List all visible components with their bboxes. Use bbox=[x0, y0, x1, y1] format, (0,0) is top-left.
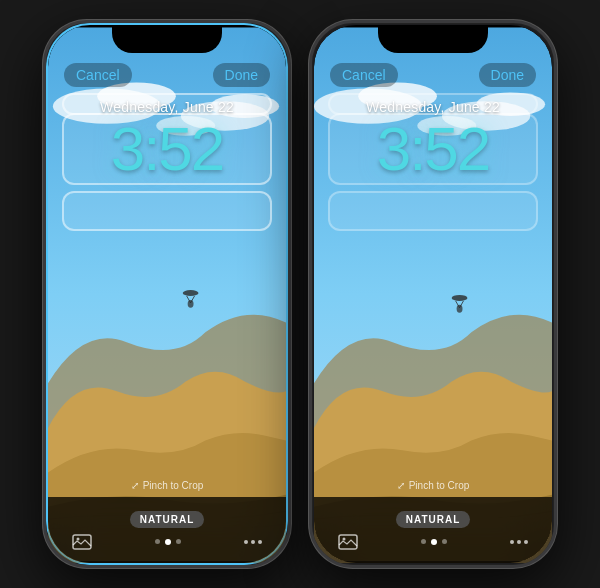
dot-r1 bbox=[421, 539, 426, 544]
gallery-icon-right[interactable] bbox=[338, 534, 358, 550]
bottom-bar-right: NATURAL bbox=[314, 497, 552, 563]
phone-left: Cancel Done Wednesday, June 22 3:52 ⤢ Pi… bbox=[43, 20, 291, 568]
notch-left bbox=[112, 25, 222, 53]
notch-right bbox=[378, 25, 488, 53]
bottom-icons-right bbox=[338, 534, 528, 550]
more-icon-right[interactable] bbox=[510, 540, 528, 544]
svg-point-22 bbox=[342, 537, 345, 540]
cancel-button-right[interactable]: Cancel bbox=[330, 63, 398, 87]
svg-point-11 bbox=[251, 540, 255, 544]
gallery-icon-left[interactable] bbox=[72, 534, 92, 550]
top-bar-left: Cancel Done bbox=[48, 63, 286, 87]
svg-point-12 bbox=[258, 540, 262, 544]
dot-1 bbox=[155, 539, 160, 544]
dot-r2-active bbox=[431, 539, 437, 545]
pinch-text-left: Pinch to Crop bbox=[143, 480, 204, 491]
svg-point-23 bbox=[510, 540, 514, 544]
pinch-text-right: Pinch to Crop bbox=[409, 480, 470, 491]
pinch-icon-left: ⤢ bbox=[131, 480, 139, 491]
time-display-left: 3:52 bbox=[48, 113, 286, 184]
top-bar-right: Cancel Done bbox=[314, 63, 552, 87]
dot-3 bbox=[176, 539, 181, 544]
pinch-icon-right: ⤢ bbox=[397, 480, 405, 491]
done-button-left[interactable]: Done bbox=[213, 63, 270, 87]
svg-point-9 bbox=[76, 537, 79, 540]
lock-overlay-left: Cancel Done Wednesday, June 22 3:52 ⤢ Pi… bbox=[48, 25, 286, 563]
bottom-icons-left bbox=[72, 534, 262, 550]
pinch-label-left: ⤢ Pinch to Crop bbox=[48, 480, 286, 491]
dot-r3 bbox=[442, 539, 447, 544]
natural-badge-right: NATURAL bbox=[396, 511, 471, 528]
more-icon-left[interactable] bbox=[244, 540, 262, 544]
natural-badge-left: NATURAL bbox=[130, 511, 205, 528]
svg-point-10 bbox=[244, 540, 248, 544]
time-display-right: 3:52 bbox=[314, 113, 552, 184]
widget-bottom-box-right bbox=[328, 191, 538, 231]
dot-indicator-left bbox=[155, 539, 181, 545]
phone-right: Cancel Done Wednesday, June 22 3:52 ⤢ Pi… bbox=[309, 20, 557, 568]
lock-overlay-right: Cancel Done Wednesday, June 22 3:52 ⤢ Pi… bbox=[314, 25, 552, 563]
svg-point-25 bbox=[524, 540, 528, 544]
widget-bottom-box-left bbox=[62, 191, 272, 231]
svg-point-24 bbox=[517, 540, 521, 544]
done-button-right[interactable]: Done bbox=[479, 63, 536, 87]
phone-pair: Cancel Done Wednesday, June 22 3:52 ⤢ Pi… bbox=[43, 20, 557, 568]
cancel-button-left[interactable]: Cancel bbox=[64, 63, 132, 87]
dot-2-active bbox=[165, 539, 171, 545]
dot-indicator-right bbox=[421, 539, 447, 545]
bottom-bar-left: NATURAL bbox=[48, 497, 286, 563]
pinch-label-right: ⤢ Pinch to Crop bbox=[314, 480, 552, 491]
